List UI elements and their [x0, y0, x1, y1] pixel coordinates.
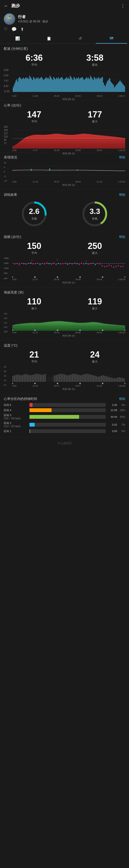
action-row: ♡ 💬 ⬆ [0, 26, 129, 34]
tab-list[interactable]: 📋 [33, 34, 64, 43]
svg-point-170 [69, 263, 71, 264]
svg-rect-230 [38, 374, 39, 382]
cadence-max-box: 250 最大 [88, 241, 102, 255]
hr-max-value: 177 [88, 110, 102, 120]
svg-rect-251 [72, 374, 73, 382]
cadence-help[interactable]: 帮助 [119, 235, 125, 239]
svg-rect-268 [99, 376, 100, 382]
cadence-avg-value: 150 [27, 241, 41, 251]
pace-y-labels: 5:58 6:32 7:07 8:42 11:51 [4, 69, 11, 93]
svg-rect-255 [78, 375, 80, 382]
cadence-stats: 150 平均 250 最大 [4, 241, 125, 255]
zone-3-time: 44:44 [108, 415, 117, 418]
svg-rect-138 [49, 168, 50, 171]
zone-1-label: 区间 1 [4, 430, 28, 433]
svg-rect-254 [77, 374, 78, 382]
perf-y-labels: 10 5 0 -5 -10 [4, 161, 11, 182]
svg-point-152 [28, 263, 29, 264]
temp-chart-svg [12, 366, 125, 384]
tab-map[interactable]: 🗺 [96, 34, 127, 43]
svg-rect-29 [35, 79, 36, 92]
svg-rect-58 [61, 77, 62, 92]
share-button[interactable]: ⬆ [20, 27, 24, 32]
svg-point-187 [102, 265, 103, 266]
temp-x-sub: 时间 (时:分) [12, 388, 125, 391]
perf-x-sub: 时间 (时:分) [12, 183, 125, 187]
svg-rect-122 [121, 82, 121, 92]
svg-rect-56 [60, 78, 60, 92]
anaerobic-value: 2.6 [29, 207, 39, 216]
svg-rect-89 [90, 76, 91, 92]
svg-point-174 [79, 264, 80, 265]
pace-best-value: 3:58 [86, 53, 103, 63]
svg-rect-65 [68, 78, 69, 92]
pace-avg-value: 6:36 [26, 53, 43, 63]
svg-rect-71 [74, 77, 74, 92]
svg-rect-81 [83, 79, 84, 92]
anaerobic-label: 无氧 [29, 217, 39, 221]
back-button[interactable]: ← [4, 3, 8, 8]
svg-point-179 [90, 263, 91, 264]
zones-help[interactable]: 帮助 [119, 397, 125, 401]
svg-rect-79 [81, 78, 82, 92]
elevation-section: 海拔高度 (米) 110 最小 119 最大 131 124 117 110 1… [0, 287, 129, 341]
hr-chart-area: 0:00 11:37 25:48 39:48 53:04 1:06:29 时间 … [12, 126, 125, 155]
like-button[interactable]: ♡ [4, 27, 8, 32]
svg-rect-74 [76, 78, 77, 92]
svg-point-194 [118, 265, 119, 266]
svg-rect-242 [57, 374, 59, 382]
zone-row-5: 区间 5 2:46 4% [4, 403, 125, 407]
zone-4-label: 区间 4 [4, 408, 28, 412]
comment-button[interactable]: 💬 [11, 27, 17, 32]
temperature-section: 温度 (°C) 21 平均 24 最大 34 29 24 19 14 [0, 341, 129, 394]
svg-rect-110 [110, 78, 110, 92]
svg-rect-45 [50, 76, 50, 92]
svg-rect-72 [75, 78, 75, 92]
svg-rect-67 [70, 76, 71, 92]
svg-rect-47 [51, 79, 52, 92]
zone-1-pct: 0% [118, 430, 125, 433]
performance-section: 表现情况 帮助 10 5 0 -5 -10 0:00 [0, 152, 129, 190]
more-button[interactable]: ⋮ [121, 3, 125, 8]
svg-rect-137 [31, 169, 32, 171]
elev-stats: 110 最小 119 最大 [4, 297, 125, 311]
svg-rect-118 [117, 84, 118, 92]
elev-x-labels: 0:00 11:37 25:45 39:48 53:04 1:06:39 [12, 331, 125, 334]
svg-rect-66 [69, 79, 70, 92]
svg-point-153 [30, 262, 31, 264]
svg-rect-17 [24, 79, 25, 92]
pace-avg-box: 6:36 平均 [26, 53, 43, 67]
svg-point-163 [53, 262, 54, 264]
pace-stats: 6:36 平均 3:58 最佳 [4, 53, 125, 67]
svg-rect-25 [31, 79, 32, 92]
elev-min-label: 最小 [27, 307, 41, 311]
svg-rect-224 [29, 375, 30, 382]
svg-rect-220 [22, 375, 23, 382]
te-help[interactable]: 帮助 [119, 193, 125, 197]
svg-rect-214 [12, 376, 13, 382]
svg-point-155 [35, 263, 36, 264]
svg-rect-9 [16, 79, 17, 92]
svg-point-182 [97, 263, 98, 264]
tab-chart[interactable]: 📊 [2, 34, 33, 43]
svg-rect-23 [30, 76, 30, 92]
svg-rect-103 [103, 83, 104, 92]
svg-rect-62 [65, 78, 66, 92]
svg-rect-87 [88, 78, 89, 92]
svg-rect-77 [79, 79, 80, 92]
svg-point-291 [102, 383, 103, 384]
pace-best-box: 3:58 最佳 [86, 53, 103, 67]
hr-chart-svg [12, 126, 125, 149]
svg-rect-105 [105, 86, 106, 92]
svg-point-201 [102, 276, 103, 278]
tab-replay[interactable]: ↺ [64, 34, 96, 43]
svg-rect-123 [121, 83, 122, 92]
svg-rect-234 [45, 374, 46, 382]
svg-rect-59 [62, 79, 63, 92]
hr-y-labels: 181 159 137 116 94 72 [4, 126, 11, 145]
elev-chart: 131 124 117 110 103 [4, 312, 125, 338]
svg-rect-276 [112, 378, 114, 382]
svg-rect-93 [94, 77, 94, 92]
perf-help[interactable]: 帮助 [119, 155, 125, 160]
svg-point-146 [14, 263, 15, 265]
